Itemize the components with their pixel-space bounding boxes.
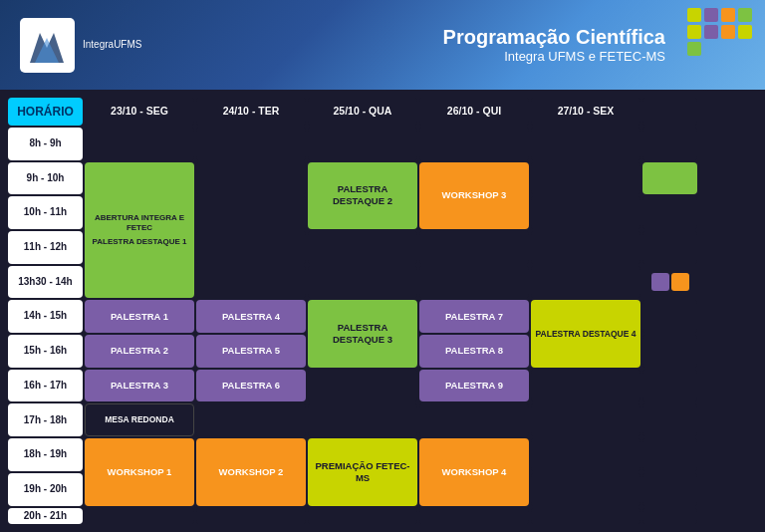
decorative-squares	[687, 8, 757, 56]
ter-1330-empty	[196, 266, 306, 299]
event-palestra4: PALESTRA 4	[196, 300, 306, 333]
deco-sq-7	[721, 25, 735, 39]
qui-11-empty	[419, 231, 529, 264]
extra-11-empty	[642, 231, 697, 264]
time-16-17: 16h - 17h	[8, 370, 83, 402]
extra-18-empty	[642, 438, 697, 471]
deco-sq-8	[738, 25, 752, 39]
event-premiacao: PREMIAÇÃO FETEC-MS	[308, 438, 417, 505]
time-11-12: 11h - 12h	[8, 231, 83, 264]
event-palestra7: PALESTRA 7	[419, 300, 529, 333]
qua-16-empty	[308, 370, 417, 402]
deco-sq-9	[687, 42, 701, 56]
sex-9-empty	[531, 162, 640, 195]
extra-10-empty	[642, 196, 697, 229]
deco-sq-3	[721, 8, 735, 22]
col-header-sex: 27/10 - SEX	[531, 98, 640, 126]
event-mesa-redonda: MESA REDONDA	[85, 403, 194, 436]
event-palestra8: PALESTRA 8	[419, 335, 529, 368]
col-header-seg: 23/10 - SEG	[85, 98, 194, 126]
ter-11-empty	[196, 231, 306, 264]
time-1330-14: 13h30 - 14h	[8, 266, 83, 299]
deco-purple-sq	[651, 273, 669, 291]
event-abertura-palestra1: ABERTURA INTEGRA E FETEC PALESTRA DESTAQ…	[85, 162, 194, 299]
qua-8-empty	[308, 128, 417, 160]
extra-19-empty	[642, 473, 697, 506]
qua-17-empty	[308, 403, 417, 436]
qui-1330-empty	[419, 266, 529, 299]
qua-20-empty	[308, 508, 417, 525]
ter-8-empty	[196, 128, 306, 160]
event-palestra9: PALESTRA 9	[419, 370, 529, 402]
qui-20-empty	[419, 508, 529, 525]
sex-16-empty	[531, 370, 640, 402]
sex-8-empty	[531, 128, 640, 160]
extra-8-empty	[642, 128, 697, 160]
seg-8-empty	[85, 128, 194, 160]
extra-17-empty	[642, 403, 697, 436]
event-palestra2: PALESTRA 2	[85, 335, 194, 368]
time-9-10: 9h - 10h	[8, 162, 83, 195]
qua-11-empty	[308, 231, 417, 264]
sex-11-empty	[531, 231, 640, 264]
logo-icon	[20, 18, 75, 73]
event-palestra5: PALESTRA 5	[196, 335, 306, 368]
col-header-extra	[642, 98, 697, 126]
logo-text: IntegraUFMS	[83, 39, 141, 51]
deco-sq-5	[687, 25, 701, 39]
col-header-ter: 24/10 - TER	[196, 98, 306, 126]
time-18-19: 18h - 19h	[8, 438, 83, 471]
sex-17-empty	[531, 403, 640, 436]
logo-area: IntegraUFMS	[20, 18, 141, 73]
ter-20-empty	[196, 508, 306, 525]
qui-17-empty	[419, 403, 529, 436]
event-palestra1: PALESTRA 1	[85, 300, 194, 333]
event-palestra6: PALESTRA 6	[196, 370, 306, 402]
sex-19-empty	[531, 473, 640, 506]
schedule-grid: HORÁRIO 23/10 - SEG 24/10 - TER 25/10 - …	[8, 98, 757, 524]
qui-8-empty	[419, 128, 529, 160]
event-workshop3: WORKSHOP 3	[419, 162, 529, 229]
page-subtitle: Integra UFMS e FETEC-MS	[443, 49, 665, 64]
event-workshop2: WORKSHOP 2	[196, 438, 306, 505]
header-title: Programação Científica Integra UFMS e FE…	[443, 26, 665, 64]
extra-green-sq	[642, 162, 697, 195]
time-20-21: 20h - 21h	[8, 508, 83, 525]
event-workshop1: WORKSHOP 1	[85, 438, 194, 505]
sex-20-empty	[531, 508, 640, 525]
header: IntegraUFMS Programação Científica Integ…	[0, 0, 765, 90]
deco-sq-1	[687, 8, 701, 22]
time-14-15: 14h - 15h	[8, 300, 83, 333]
event-palestra3: PALESTRA 3	[85, 370, 194, 402]
event-palestra-destaque-3: PALESTRA DESTAQUE 3	[308, 300, 417, 367]
event-palestra-destaque-2: PALESTRA DESTAQUE 2	[308, 162, 417, 229]
time-15-16: 15h - 16h	[8, 335, 83, 368]
sex-18-empty	[531, 438, 640, 471]
ter-9-empty	[196, 162, 306, 195]
extra-deco-row	[642, 266, 697, 299]
event-palestra-destaque-4: PALESTRA DESTAQUE 4	[531, 300, 640, 367]
time-19-20: 19h - 20h	[8, 473, 83, 506]
extra-14-empty	[642, 300, 697, 333]
deco-sq-2	[704, 8, 718, 22]
ter-17-empty	[196, 403, 306, 436]
col-header-qui: 26/10 - QUI	[419, 98, 529, 126]
col-header-qua: 25/10 - QUA	[308, 98, 417, 126]
event-workshop4: WORKSHOP 4	[419, 438, 529, 505]
page-title: Programação Científica	[443, 26, 665, 49]
time-8-9: 8h - 9h	[8, 128, 83, 160]
deco-orange-sq	[671, 273, 689, 291]
deco-sq-6	[704, 25, 718, 39]
col-header-horario: HORÁRIO	[8, 98, 83, 126]
extra-15-empty	[642, 335, 697, 368]
time-17-18: 17h - 18h	[8, 403, 83, 436]
extra-16-empty	[642, 370, 697, 402]
ter-10-empty	[196, 196, 306, 229]
sex-1330-empty	[531, 266, 640, 299]
qua-1330-empty	[308, 266, 417, 299]
extra-20-empty	[642, 508, 697, 525]
sex-10-empty	[531, 196, 640, 229]
schedule-container: HORÁRIO 23/10 - SEG 24/10 - TER 25/10 - …	[0, 90, 765, 532]
time-10-11: 10h - 11h	[8, 196, 83, 229]
seg-20-empty	[85, 508, 194, 525]
